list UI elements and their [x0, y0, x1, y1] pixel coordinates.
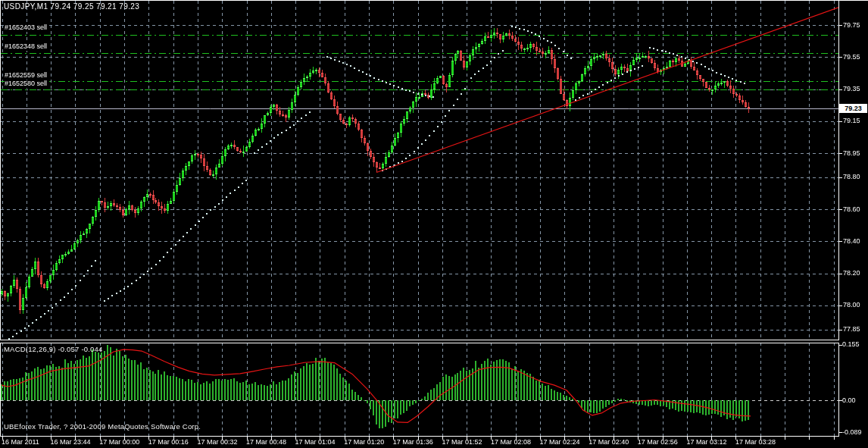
macd-axis-label: 0.00 [842, 397, 856, 404]
trading-terminal-window: USDJPY,M1 79.24 79.25 79.21 79.23 MACD(1… [0, 0, 868, 448]
price-axis-label: 78.40 [843, 238, 860, 245]
time-axis-label: 17 Mar 01:04 [295, 439, 336, 446]
time-axis-label: 17 Mar 00:48 [246, 439, 286, 446]
sell-order-label: #1652559 sell [5, 72, 49, 80]
price-axis-label: 78.20 [843, 270, 860, 277]
sell-order-label: #1652403 sell [5, 24, 49, 32]
time-axis-label: 16 Mar 2011 [2, 439, 39, 446]
bid-price-box: 79.23 [839, 104, 867, 113]
time-axis-label: 17 Mar 02:08 [491, 439, 531, 446]
time-axis-label: 17 Mar 01:36 [393, 439, 433, 446]
price-axis-label: 77.85 [843, 326, 860, 333]
price-axis-label: 78.60 [843, 206, 860, 213]
price-axis-label: 79.15 [843, 117, 860, 124]
price-axis-label: 79.75 [843, 22, 860, 29]
time-axis-label: 17 Mar 01:20 [344, 439, 384, 446]
macd-axis-label: -0.089 [842, 429, 862, 436]
price-axis-label: 78.95 [843, 150, 860, 157]
time-axis-label: 17 Mar 02:24 [540, 439, 580, 446]
time-axis-label: 17 Mar 03:28 [735, 439, 776, 446]
price-chart-canvas[interactable] [0, 0, 868, 448]
sell-order-label: #1652348 sell [5, 43, 49, 51]
time-axis-label: 17 Mar 00:00 [99, 439, 139, 446]
symbol-ohlc-title: USDJPY,M1 79.24 79.25 79.21 79.23 [4, 3, 139, 11]
time-axis-label: 17 Mar 02:40 [589, 439, 629, 446]
copyright-text: UBEforex Trader, ? 2001-2009 MetaQuotes … [4, 423, 201, 431]
time-axis-label: 17 Mar 00:16 [148, 439, 189, 446]
macd-indicator-title: MACD(12,26,9) -0.057 -0.044 [4, 346, 103, 353]
price-axis-label: 78.00 [843, 302, 860, 309]
sell-order-label: #1652580 sell [5, 80, 49, 88]
time-axis-label: 17 Mar 03:12 [686, 439, 726, 446]
time-axis-label: 17 Mar 00:32 [197, 439, 237, 446]
macd-axis-label: 0.155 [842, 341, 860, 348]
price-axis-label: 79.55 [843, 54, 860, 61]
time-axis-label: 16 Mar 23:44 [51, 439, 91, 446]
price-axis-label: 78.80 [843, 174, 860, 180]
time-axis-label: 17 Mar 02:56 [638, 439, 678, 446]
price-axis-label: 79.35 [843, 86, 860, 92]
time-axis-label: 17 Mar 01:52 [442, 439, 482, 446]
